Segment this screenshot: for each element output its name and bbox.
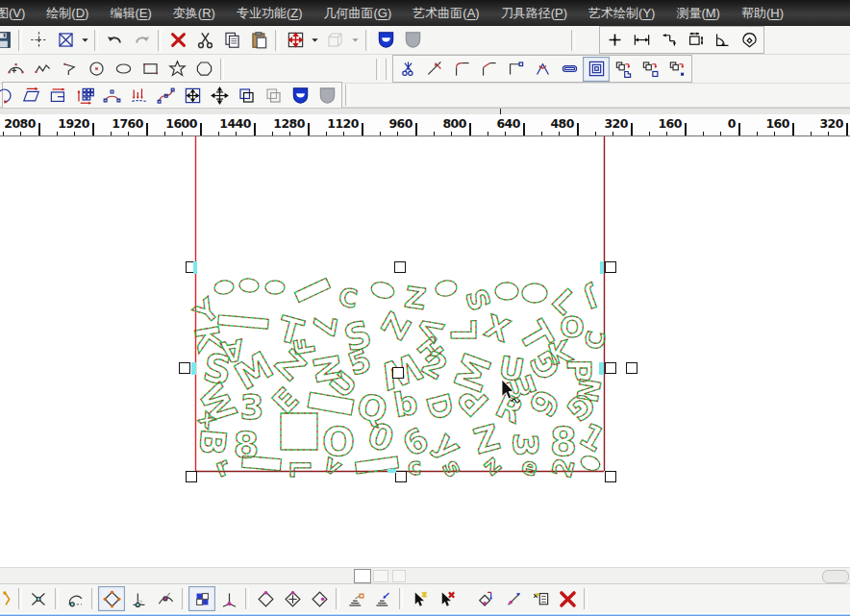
- meas-step-button[interactable]: [655, 28, 682, 53]
- dropdown-arrow-button[interactable]: [79, 29, 91, 52]
- select-box-button[interactable]: [52, 28, 79, 53]
- layer-stack-b-button[interactable]: [369, 586, 396, 611]
- group-button[interactable]: [233, 83, 260, 108]
- menu-item-pro-functions[interactable]: 专业功能(Z): [226, 0, 313, 26]
- menu-item-draw[interactable]: 绘制(D): [36, 0, 99, 26]
- draw-ngon-button[interactable]: [190, 57, 217, 82]
- shield-blue-button[interactable]: [287, 83, 313, 108]
- slot-button[interactable]: [556, 57, 583, 82]
- group-button[interactable]: [260, 83, 287, 108]
- shield-gray-button[interactable]: [399, 28, 426, 53]
- pick-list-button[interactable]: [527, 586, 554, 611]
- menu-item-transform[interactable]: 变换(R): [162, 0, 226, 26]
- cursor-snap-red-button[interactable]: [433, 586, 460, 611]
- crosshair-button[interactable]: [25, 28, 52, 53]
- snap-axes-button[interactable]: [215, 586, 242, 611]
- draw-star-button[interactable]: [163, 57, 190, 82]
- align-down-button[interactable]: [125, 83, 152, 108]
- selection-handle[interactable]: [179, 362, 190, 374]
- meas-angle-button[interactable]: [709, 28, 736, 53]
- multi-fillet-button[interactable]: [529, 57, 556, 82]
- skew-button[interactable]: [17, 83, 44, 108]
- snap-nearest-button[interactable]: [152, 586, 179, 611]
- selection-handle[interactable]: [186, 471, 197, 482]
- toolbar-spacer: [426, 39, 568, 40]
- transform-button[interactable]: [282, 28, 309, 53]
- draw-polygon-button[interactable]: [56, 57, 83, 82]
- draw-polyline-button[interactable]: [29, 57, 56, 82]
- menu-item-toolpath[interactable]: 刀具路径(P): [490, 0, 578, 26]
- move-node-button[interactable]: [473, 586, 500, 611]
- rotate-button[interactable]: [0, 83, 17, 108]
- selection-handle[interactable]: [605, 362, 616, 374]
- snap-quadrant-button[interactable]: [98, 586, 125, 611]
- horizontal-scrollbar[interactable]: [0, 567, 850, 583]
- meas-arc-button[interactable]: [736, 28, 762, 53]
- shield-blue-button[interactable]: [372, 28, 399, 53]
- meas-dist-button[interactable]: [628, 28, 655, 53]
- offset-copy-c-button[interactable]: [663, 57, 690, 82]
- menu-item-art-draw[interactable]: 艺术绘制(Y): [578, 0, 665, 26]
- trim-button[interactable]: [394, 57, 421, 82]
- cursor-snap-yellow-button[interactable]: [406, 586, 433, 611]
- menu-item-measure[interactable]: 测量(M): [665, 0, 731, 26]
- offset-concentric-button[interactable]: [583, 57, 610, 82]
- delete-button[interactable]: [164, 28, 191, 53]
- shield-gray-button[interactable]: [313, 83, 340, 108]
- array-button[interactable]: [71, 83, 98, 108]
- snap-pen-button[interactable]: [0, 586, 15, 611]
- undo-button[interactable]: [101, 28, 128, 53]
- offset-copy-b-button[interactable]: [637, 57, 663, 82]
- offset-copy-a-button[interactable]: [610, 57, 637, 82]
- cut-button[interactable]: [191, 28, 218, 53]
- menu-item-view[interactable]: 图(V): [0, 0, 36, 26]
- snap-diamond-c-button[interactable]: [306, 586, 333, 611]
- delete-big-button[interactable]: [554, 586, 581, 611]
- curve-nodes-button[interactable]: [152, 83, 179, 108]
- draw-ellipse-button[interactable]: [110, 57, 137, 82]
- selection-handle[interactable]: [395, 471, 407, 482]
- scrollbar-thumb[interactable]: [354, 569, 371, 583]
- pick-line-button[interactable]: [500, 586, 527, 611]
- menu-item-edit[interactable]: 编辑(E): [99, 0, 162, 26]
- cut-icon: [196, 31, 214, 49]
- selection-handle[interactable]: [392, 367, 404, 379]
- selection-handle[interactable]: [605, 471, 616, 482]
- meas-point-button[interactable]: [601, 28, 628, 53]
- snap-perp-button[interactable]: [125, 586, 152, 611]
- dropdown-arrow-button[interactable]: [348, 28, 362, 53]
- selection-handle[interactable]: [626, 362, 638, 374]
- drawing-canvas[interactable]: YYCCZZSSLLJJKKTT77SSZZVVLLXXTTOOCCAAFFHH…: [0, 136, 850, 567]
- save-button[interactable]: [0, 28, 15, 53]
- menu-item-help[interactable]: 帮助(H): [731, 0, 794, 26]
- snap-diamond-b-button[interactable]: [279, 586, 306, 611]
- snap-grid-button[interactable]: [188, 586, 215, 611]
- meas-rect-button[interactable]: [682, 28, 709, 53]
- copy-button[interactable]: [218, 28, 245, 53]
- dropdown-arrow-button[interactable]: [309, 29, 321, 52]
- menu-item-geometry-surface[interactable]: 几何曲面(G): [313, 0, 403, 26]
- chamfer-button[interactable]: [475, 57, 502, 82]
- scale-cross-button[interactable]: [206, 83, 233, 108]
- snap-intersect-button[interactable]: [25, 586, 52, 611]
- menu-item-art-surface[interactable]: 艺术曲面(A): [402, 0, 489, 26]
- snap-diamond-a-button[interactable]: [252, 586, 279, 611]
- scale-rect-button[interactable]: [179, 83, 206, 108]
- draw-circle-button[interactable]: [83, 57, 110, 82]
- scrollbar-end-cap[interactable]: [822, 570, 849, 583]
- extend-button[interactable]: [421, 57, 448, 82]
- draw-arc-button[interactable]: [2, 57, 29, 82]
- view-3d-button[interactable]: [321, 28, 348, 53]
- layer-stack-a-button[interactable]: [342, 586, 369, 611]
- selection-handle[interactable]: [605, 261, 616, 273]
- selection-handle[interactable]: [394, 261, 406, 273]
- meas-step-icon: [660, 31, 678, 49]
- redo-button[interactable]: [128, 28, 155, 53]
- mirror-button[interactable]: [44, 83, 71, 108]
- snap-tangent-button[interactable]: [62, 586, 88, 611]
- corner-cut-button[interactable]: [502, 57, 529, 82]
- fillet-button[interactable]: [448, 57, 475, 82]
- paste-button[interactable]: [245, 28, 272, 53]
- draw-rect-button[interactable]: [137, 57, 163, 82]
- arc-nodes-button[interactable]: [98, 83, 125, 108]
